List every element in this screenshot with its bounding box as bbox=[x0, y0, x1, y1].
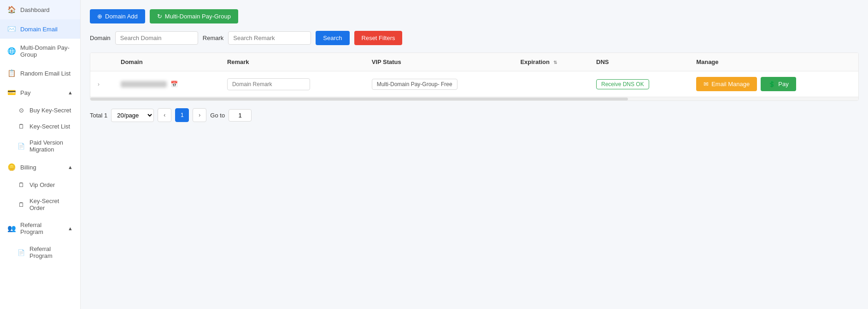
email-manage-label: Email Manage bbox=[711, 81, 750, 87]
expiration-cell bbox=[513, 71, 589, 97]
email-manage-button[interactable]: ✉ Email Manage bbox=[696, 77, 757, 91]
sidebar-sub-label: Paid Version Migration bbox=[29, 139, 73, 153]
dns-status-badge: Receive DNS OK bbox=[596, 79, 649, 89]
col-vip-status: VIP Status bbox=[364, 53, 513, 71]
manage-buttons: ✉ Email Manage 💲 Pay bbox=[696, 77, 851, 91]
sidebar-group-label: Pay bbox=[20, 89, 30, 96]
header-row: Domain Remark VIP Status Expiration ⇅ bbox=[90, 53, 858, 71]
email-icon: ✉️ bbox=[7, 25, 16, 33]
pay-label: Pay bbox=[778, 81, 788, 87]
goto-input[interactable] bbox=[229, 109, 252, 122]
sidebar-group-billing[interactable]: 🪙 Billing ▲ bbox=[0, 157, 80, 177]
circle-icon: ⊙ bbox=[18, 107, 25, 114]
sidebar-item-domain-email[interactable]: ✉️ Domain Email bbox=[0, 19, 80, 39]
pay-icon: 💲 bbox=[768, 81, 775, 87]
domain-table-container: Domain Remark VIP Status Expiration ⇅ bbox=[90, 52, 859, 101]
manage-cell: ✉ Email Manage 💲 Pay bbox=[689, 71, 858, 97]
envelope-icon: ✉ bbox=[704, 81, 709, 87]
sidebar-sub-label: Vip Order bbox=[29, 181, 55, 188]
page-1-button[interactable]: 1 bbox=[175, 108, 189, 122]
domain-cell: 📅 bbox=[113, 71, 220, 97]
refresh-icon: ↻ bbox=[157, 13, 162, 20]
expand-cell: › bbox=[90, 71, 113, 97]
domain-search-input[interactable] bbox=[115, 31, 198, 45]
sidebar-item-key-secret-list[interactable]: 🗒 Key-Secret List bbox=[0, 118, 80, 134]
billing-icon: 🪙 bbox=[7, 163, 16, 171]
pay-button[interactable]: 💲 Pay bbox=[761, 77, 796, 91]
sidebar-item-label: Domain Email bbox=[20, 26, 58, 33]
order-icon: 🗒 bbox=[18, 201, 25, 208]
multi-domain-pay-group-button[interactable]: ↻ Multi-Domain Pay-Group bbox=[150, 9, 238, 23]
program-icon: 📄 bbox=[18, 249, 25, 256]
reset-filters-button[interactable]: Reset Filters bbox=[354, 31, 403, 45]
scrollbar-thumb bbox=[90, 98, 628, 100]
sidebar-item-buy-key-secret[interactable]: ⊙ Buy Key-Secret bbox=[0, 102, 80, 118]
search-button[interactable]: Search bbox=[316, 31, 349, 45]
horizontal-scrollbar[interactable] bbox=[90, 97, 858, 100]
sidebar-item-random-email[interactable]: 📋 Random Email List bbox=[0, 64, 80, 83]
vip-status-badge: Multi-Domain Pay-Group- Free bbox=[372, 79, 457, 90]
remark-cell bbox=[220, 71, 364, 97]
domain-table: Domain Remark VIP Status Expiration ⇅ bbox=[90, 53, 858, 97]
sort-icon: ⇅ bbox=[553, 60, 557, 65]
toolbar: ⊕ Domain Add ↻ Multi-Domain Pay-Group bbox=[90, 9, 859, 23]
prev-page-button[interactable]: ‹ bbox=[158, 108, 171, 122]
file-icon: 📄 bbox=[18, 143, 25, 150]
sidebar-sub-label: Key-Secret Order bbox=[29, 198, 73, 211]
sidebar-item-dashboard[interactable]: 🏠 Dashboard bbox=[0, 0, 80, 19]
sidebar-group-label: Referral Program bbox=[20, 222, 63, 235]
dns-cell: Receive DNS OK bbox=[589, 71, 689, 97]
sidebar-item-label: Multi-Domain Pay-Group bbox=[20, 44, 73, 58]
pagination-total: Total 1 bbox=[90, 112, 107, 119]
sidebar-sub-label: Key-Secret List bbox=[29, 123, 70, 130]
arrow-head bbox=[827, 52, 833, 53]
page-size-select[interactable]: 20/page 50/page 100/page bbox=[111, 109, 154, 122]
col-manage: Manage bbox=[689, 53, 858, 71]
sidebar-group-pay[interactable]: 💳 Pay ▲ bbox=[0, 83, 80, 102]
multi-domain-label: Multi-Domain Pay-Group bbox=[165, 13, 231, 20]
sidebar-group-referral[interactable]: 👥 Referral Program ▲ bbox=[0, 216, 80, 241]
sidebar-item-vip-order[interactable]: 🗒 Vip Order bbox=[0, 177, 80, 193]
search-label: Search bbox=[323, 35, 342, 41]
sidebar-sub-label: Referral Program bbox=[29, 245, 73, 259]
domain-cell-content: 📅 bbox=[121, 81, 212, 87]
pay-icon: 💳 bbox=[7, 88, 16, 97]
col-remark: Remark bbox=[220, 53, 364, 71]
domain-filter-label: Domain bbox=[90, 35, 111, 41]
col-domain bbox=[90, 53, 113, 71]
table-body: › 📅 Multi-Domain Pay-Group- F bbox=[90, 71, 858, 97]
chevron-up-icon: ▲ bbox=[68, 90, 73, 95]
domain-add-button[interactable]: ⊕ Domain Add bbox=[90, 9, 145, 23]
content-area: ⊕ Domain Add ↻ Multi-Domain Pay-Group Do… bbox=[81, 0, 868, 309]
col-expiration[interactable]: Expiration ⇅ bbox=[513, 53, 589, 71]
sidebar: 🏠 Dashboard ✉️ Domain Email 🌐 Multi-Doma… bbox=[0, 0, 81, 309]
sidebar-item-referral-program[interactable]: 📄 Referral Program bbox=[0, 241, 80, 264]
doc-icon: 🗒 bbox=[18, 123, 25, 130]
remark-search-input[interactable] bbox=[228, 31, 311, 45]
chevron-up-icon: ▲ bbox=[68, 226, 73, 231]
sidebar-item-label: Dashboard bbox=[20, 6, 50, 13]
vip-status-cell: Multi-Domain Pay-Group- Free bbox=[364, 71, 513, 97]
next-page-button[interactable]: › bbox=[193, 108, 206, 122]
list-icon: 📋 bbox=[7, 69, 16, 77]
reset-label: Reset Filters bbox=[362, 35, 395, 41]
domain-add-label: Domain Add bbox=[105, 13, 138, 20]
domain-remark-input[interactable] bbox=[227, 78, 310, 90]
col-dns: DNS bbox=[589, 53, 689, 71]
table-header: Domain Remark VIP Status Expiration ⇅ bbox=[90, 53, 858, 71]
sidebar-item-label: Random Email List bbox=[20, 70, 70, 77]
sidebar-sub-label: Buy Key-Secret bbox=[29, 107, 71, 114]
goto-label: Go to bbox=[210, 112, 225, 119]
sidebar-item-key-secret-order[interactable]: 🗒 Key-Secret Order bbox=[0, 193, 80, 216]
pagination-bar: Total 1 20/page 50/page 100/page ‹ 1 › G… bbox=[90, 108, 859, 122]
globe-icon: 🌐 bbox=[7, 47, 16, 55]
home-icon: 🏠 bbox=[7, 6, 16, 14]
sidebar-item-multi-domain[interactable]: 🌐 Multi-Domain Pay-Group bbox=[0, 39, 80, 64]
chevron-up-icon: ▲ bbox=[68, 164, 73, 170]
remark-filter-label: Remark bbox=[203, 35, 224, 41]
sidebar-group-label: Billing bbox=[20, 164, 36, 171]
col-domain-label: Domain bbox=[113, 53, 220, 71]
sidebar-item-paid-version-migration[interactable]: 📄 Paid Version Migration bbox=[0, 134, 80, 157]
calendar-icon[interactable]: 📅 bbox=[170, 81, 178, 87]
chevron-right-icon[interactable]: › bbox=[98, 81, 100, 87]
